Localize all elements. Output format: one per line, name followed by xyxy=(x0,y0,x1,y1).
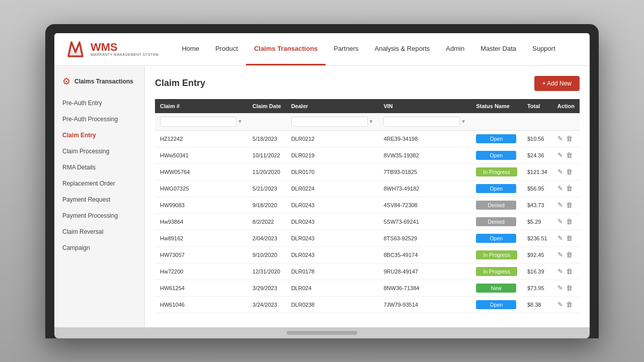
cell-action: ✎ 🗑 xyxy=(552,296,580,313)
nav-home[interactable]: Home xyxy=(174,33,207,66)
status-badge: In Progress xyxy=(476,267,517,276)
edit-icon[interactable]: ✎ xyxy=(557,284,563,292)
col-claim: Claim # xyxy=(155,99,248,113)
cell-total: $16.39 xyxy=(522,263,552,280)
cell-dealer: DLR0170 xyxy=(286,163,379,180)
nav-product[interactable]: Product xyxy=(207,33,246,66)
delete-icon[interactable]: 🗑 xyxy=(566,301,573,308)
sidebar-item-rma-details[interactable]: RMA Details xyxy=(54,159,144,175)
logo-text: WMS WARRANTY MANAGEMENT SYSTEM xyxy=(91,42,158,56)
table-row: HZ12242 5/18/2023 DLR0212 4RE39-34198 Op… xyxy=(155,130,580,147)
cell-dealer: DLR0243 xyxy=(286,213,379,230)
delete-icon[interactable]: 🗑 xyxy=(566,201,573,209)
edit-icon[interactable]: ✎ xyxy=(557,218,563,225)
cell-total: $56.95 xyxy=(522,180,552,197)
delete-icon[interactable]: 🗑 xyxy=(566,218,573,225)
cell-action: ✎ 🗑 xyxy=(552,246,580,263)
sidebar-item-payment-processing[interactable]: Payment Processing xyxy=(54,208,144,224)
filter-vin[interactable] xyxy=(383,117,460,127)
nav-claims-transactions[interactable]: Claims Transactions xyxy=(246,33,326,66)
sidebar-item-pre-auth-processing[interactable]: Pre-Auth Processing xyxy=(54,111,144,127)
cell-dealer: DLR024 xyxy=(286,280,379,296)
status-badge: Open xyxy=(476,184,516,193)
delete-icon[interactable]: 🗑 xyxy=(566,284,573,292)
logo: WMS WARRANTY MANAGEMENT SYSTEM xyxy=(64,38,158,60)
table-row: HW61254 3/29/2023 DLR024 8NW36-71384 New… xyxy=(155,280,580,296)
cell-date: 11/20/2020 xyxy=(248,163,286,180)
edit-icon[interactable]: ✎ xyxy=(557,185,563,192)
cell-claim: HWW05764 xyxy=(155,163,248,180)
cell-status: Open xyxy=(471,230,522,246)
cell-vin: 8NW36-71384 xyxy=(378,280,471,296)
wms-logo-icon xyxy=(64,38,87,60)
delete-icon[interactable]: 🗑 xyxy=(566,135,573,142)
status-badge: Open xyxy=(476,300,516,309)
sidebar-item-campaign[interactable]: Campaign xyxy=(54,240,144,256)
cell-total: $8.38 xyxy=(522,296,552,313)
delete-icon[interactable]: 🗑 xyxy=(566,151,573,159)
table-row: HW61046 3/24/2023 DLR0238 7JW79-93514 Op… xyxy=(155,296,580,313)
sidebar-item-replacement-order[interactable]: Replacement Order xyxy=(54,175,144,192)
page-title: Claim Entry xyxy=(155,78,205,88)
delete-icon[interactable]: 🗑 xyxy=(566,185,573,192)
sidebar-menu: Pre-Auth Entry Pre-Auth Processing Claim… xyxy=(54,95,144,256)
nav-support[interactable]: Support xyxy=(524,33,564,66)
nav-master-data[interactable]: Master Data xyxy=(472,33,524,66)
cell-vin: 5SW73-69241 xyxy=(378,213,471,230)
cell-dealer: DLR0178 xyxy=(286,263,379,280)
cell-vin: 4SV84-72308 xyxy=(378,197,471,213)
edit-icon[interactable]: ✎ xyxy=(557,168,563,175)
main-layout: ⚙ Claims Transactions Pre-Auth Entry Pre… xyxy=(54,66,590,327)
edit-icon[interactable]: ✎ xyxy=(557,267,563,275)
table-row: Hw72200 12/31/2020 DLR0178 9RU28-49147 I… xyxy=(155,263,580,280)
delete-icon[interactable]: 🗑 xyxy=(566,251,573,258)
cell-action: ✎ 🗑 xyxy=(552,163,580,180)
cell-claim: Hw89162 xyxy=(155,230,248,246)
edit-icon[interactable]: ✎ xyxy=(557,301,563,308)
table-row: HWw50341 10/11/2022 DLR0219 8VW35-19382 … xyxy=(155,147,580,163)
nav-partners[interactable]: Partners xyxy=(326,33,366,66)
cell-action: ✎ 🗑 xyxy=(552,147,580,163)
col-vin: VIN xyxy=(378,99,471,113)
nav-analysis-reports[interactable]: Analysis & Reports xyxy=(366,33,438,66)
cell-action: ✎ 🗑 xyxy=(552,263,580,280)
status-badge: Open xyxy=(476,234,516,243)
filter-chevron-vin: ▼ xyxy=(461,119,466,124)
add-new-button[interactable]: + Add New xyxy=(534,76,580,91)
sidebar-item-pre-auth-entry[interactable]: Pre-Auth Entry xyxy=(54,95,144,111)
cell-dealer: DLR0224 xyxy=(286,180,379,197)
filter-claim[interactable] xyxy=(160,117,236,127)
delete-icon[interactable]: 🗑 xyxy=(566,267,573,275)
table-header-row: Claim # Claim Date Dealer VIN Status Nam… xyxy=(155,99,580,113)
edit-icon[interactable]: ✎ xyxy=(557,251,563,258)
edit-icon[interactable]: ✎ xyxy=(557,234,563,242)
sidebar-item-claim-processing[interactable]: Claim Processing xyxy=(54,143,144,159)
status-badge: Denied xyxy=(476,201,516,210)
filter-dealer[interactable] xyxy=(291,117,368,127)
cell-claim: HWG07325 xyxy=(155,180,248,197)
cell-claim: Hw72200 xyxy=(155,263,248,280)
sidebar-item-payment-request[interactable]: Payment Request xyxy=(54,192,144,208)
delete-icon[interactable]: 🗑 xyxy=(566,234,573,242)
table-row: HW73057 9/10/2020 DLR0243 8BC35-49174 In… xyxy=(155,246,580,263)
delete-icon[interactable]: 🗑 xyxy=(566,168,573,175)
cell-status: In Progress xyxy=(471,163,522,180)
cell-date: 5/21/2023 xyxy=(248,180,286,197)
nav-admin[interactable]: Admin xyxy=(438,33,472,66)
logo-subtitle: WARRANTY MANAGEMENT SYSTEM xyxy=(91,53,158,56)
cell-status: In Progress xyxy=(471,263,522,280)
cell-date: 2/04/2023 xyxy=(248,230,286,246)
cell-claim: Hw93864 xyxy=(155,213,248,230)
sidebar-item-claim-reversal[interactable]: Claim Reversal xyxy=(54,224,144,240)
cell-vin: 7TB93-01825 xyxy=(378,163,471,180)
sidebar-item-claim-entry[interactable]: Claim Entry xyxy=(54,127,144,143)
edit-icon[interactable]: ✎ xyxy=(557,201,563,209)
cell-status: Open xyxy=(471,147,522,163)
cell-vin: 9RU28-49147 xyxy=(378,263,471,280)
table-row: Hw93864 8/2/2022 DLR0243 5SW73-69241 Den… xyxy=(155,213,580,230)
cell-date: 8/2/2022 xyxy=(248,213,286,230)
cell-total: $121.34 xyxy=(522,163,552,180)
edit-icon[interactable]: ✎ xyxy=(557,135,563,142)
edit-icon[interactable]: ✎ xyxy=(557,151,563,159)
cell-date: 12/31/2020 xyxy=(248,263,286,280)
